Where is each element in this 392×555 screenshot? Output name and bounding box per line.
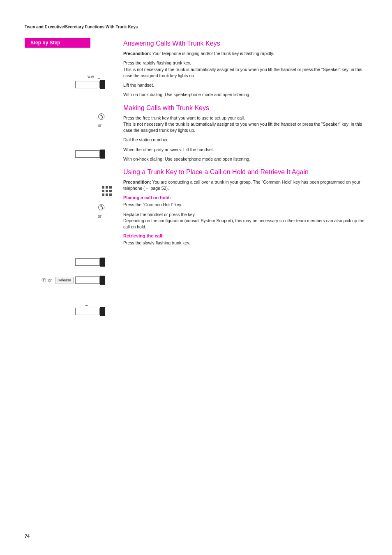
trunk-key-rect-4 (75, 276, 100, 284)
keypad-dot (106, 190, 108, 192)
diagram-retrieve-step1: ̲̲ (25, 306, 115, 317)
precondition-label-1: Precondition: (123, 51, 151, 56)
diagram-making-step1 (25, 148, 115, 160)
making-step3-text: When the other party answers: Lift the h… (123, 147, 367, 153)
precondition-label-2: Precondition: (123, 180, 151, 184)
subsection-placing-title: Placing a call on hold: (123, 195, 367, 200)
trunk-key-rectangle (75, 81, 100, 88)
diagram-cell-6: ✆ or Release (25, 276, 105, 285)
diagram-hold-step1 (25, 256, 115, 268)
trunk-key-making-diagram (75, 150, 105, 159)
keypad-dot (102, 186, 104, 189)
page: Team and Executive/Secretary Functions W… (0, 0, 392, 555)
answering-step3-text: With on-hook dialing: Use speakerphone m… (123, 92, 367, 98)
section-making: Making Calls with Trunk Keys Press the f… (123, 104, 367, 163)
section-answering: Answering Calls With Trunk Keys Precondi… (123, 39, 367, 98)
retrieving-step1-text: Press the slowly flashing trunk key. (123, 240, 367, 246)
page-number: 74 (25, 534, 30, 539)
diagram-cell-7: ̲̲ (25, 307, 105, 316)
diagram-hold-step2: ✆ or Release (25, 274, 115, 286)
placing-step2-text: Replace the handset or press the key. De… (123, 212, 367, 230)
making-step1-text: Press the free trunk key that you want t… (123, 115, 367, 134)
keypad-dot (106, 186, 108, 189)
placing-step1-text: Press the "Common Hold" key. (123, 202, 367, 208)
diagram-cell-5 (25, 258, 105, 267)
keypad-dot (106, 193, 108, 196)
hold-precondition: Precondition: You are conducting a call … (123, 179, 367, 192)
keypad-dot (109, 190, 112, 192)
hold-title-text: Using a Trunk Key to Place a Call on Hol… (123, 168, 309, 175)
page-ref: page 52 (150, 186, 166, 191)
slow-flash-symbol: ̲̲ (88, 301, 88, 306)
handset-icon-answer: ✆ (98, 112, 105, 122)
diagram-answering-step1: ̲̲̲ ww (25, 79, 115, 90)
diagram-cell-4: ✆ or (25, 203, 105, 219)
section-hold-title: Using a Trunk Key to Place a Call on Hol… (123, 168, 367, 176)
diagram-making-step2 (25, 185, 115, 197)
making-step4-text: With on-hook dialing: Use speakerphone m… (123, 156, 367, 162)
vvv-symbol: ww (88, 74, 94, 79)
trunk-key-fast-flash-diagram: ̲̲̲ ww (75, 80, 105, 89)
diagram-cell: ̲̲̲ ww (25, 80, 105, 89)
release-button-diagram: Release (55, 277, 74, 283)
page-header: Team and Executive/Secretary Functions W… (25, 25, 367, 31)
section-hold: Using a Trunk Key to Place a Call on Hol… (123, 168, 367, 246)
trunk-key-bar (100, 80, 105, 89)
keypad-dot (109, 186, 112, 189)
diagram-making-step3: ✆ or (25, 203, 115, 219)
answering-precondition: Precondition: Your telephone is ringing … (123, 51, 367, 57)
section-answering-title: Answering Calls With Trunk Keys (123, 39, 367, 47)
trunk-key-bar-5 (100, 307, 105, 316)
header-text: Team and Executive/Secretary Functions W… (25, 25, 138, 29)
keypad-diagram (102, 186, 112, 196)
diagram-cell-3 (25, 150, 105, 159)
handset-icon-make: ✆ (98, 203, 105, 212)
phone-release-icon: ✆ (42, 277, 46, 283)
keypad-dot (109, 193, 112, 196)
trunk-key-release-diagram (75, 276, 105, 285)
step-by-step-label: Step by Step (25, 38, 90, 48)
trunk-key-hold-diagram (75, 258, 105, 267)
trunk-key-slow-flash-diagram: ̲̲ (75, 307, 105, 316)
content-area: Step by Step ̲̲̲ ww ✆ or (25, 38, 367, 320)
trunk-key-rect-2 (75, 150, 100, 158)
trunk-key-bar-4 (100, 276, 105, 285)
trunk-key-bar-2 (100, 150, 105, 159)
trunk-key-bar-3 (100, 258, 105, 267)
answering-step1-text: Press the rapidly flashing trunk key. Th… (123, 60, 367, 79)
or-label-3: or (48, 278, 52, 283)
making-step2-text: Dial the station number. (123, 137, 367, 143)
trunk-key-rect-3 (75, 258, 100, 266)
keypad-dot (102, 193, 104, 196)
diagram-cell-2: ✆ or (25, 112, 105, 128)
section-making-title: Making Calls with Trunk Keys (123, 104, 367, 112)
trunk-key-rect-5 (75, 308, 100, 315)
diagram-answering-step2: ✆ or (25, 112, 115, 128)
arrow-icon: → (145, 186, 150, 191)
answering-step2-text: Lift the handset. (123, 82, 367, 88)
or-label-2: or (98, 214, 105, 219)
right-column: Answering Calls With Trunk Keys Precondi… (115, 38, 367, 320)
subsection-retrieving-title: Retrieving the call: (123, 233, 367, 238)
precondition-text-1: Your telephone is ringing and/or the tru… (152, 51, 274, 56)
or-label-1: or (98, 123, 105, 128)
left-column: Step by Step ̲̲̲ ww ✆ or (25, 38, 115, 320)
keypad-dot (102, 190, 104, 192)
